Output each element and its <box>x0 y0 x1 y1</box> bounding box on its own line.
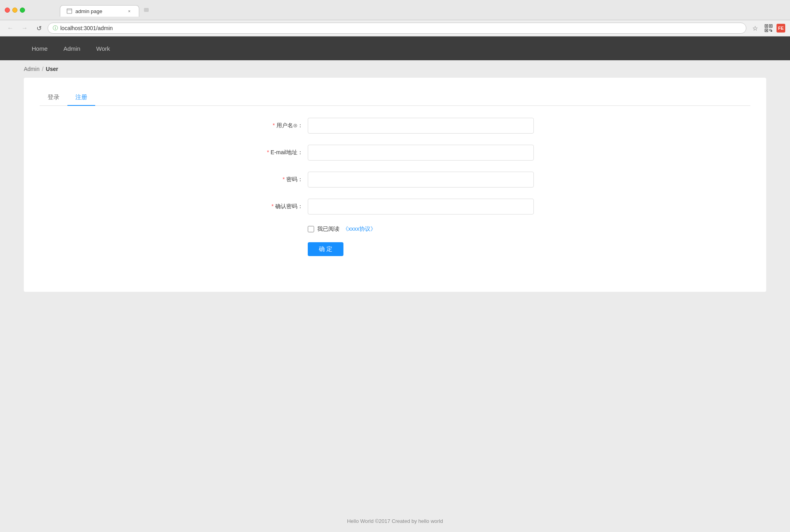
submit-button[interactable]: 确 定 <box>308 242 343 256</box>
traffic-lights <box>5 8 25 13</box>
submit-row: 确 定 <box>308 242 534 256</box>
form-row-confirm-password: *确认密码： <box>256 199 534 214</box>
username-label: *用户名⊙： <box>256 122 308 129</box>
tab-login[interactable]: 登录 <box>40 90 67 106</box>
footer-text: Hello World ©2017 Created by hello world <box>347 518 443 524</box>
browser-titlebar: admin page × <box>0 0 790 20</box>
browser-tab[interactable]: admin page × <box>60 5 139 17</box>
svg-rect-10 <box>771 29 771 30</box>
breadcrumb-parent[interactable]: Admin <box>24 66 40 72</box>
svg-rect-12 <box>771 30 772 32</box>
nav-item-work[interactable]: Work <box>88 36 118 60</box>
required-star: * <box>273 122 275 128</box>
refresh-button[interactable]: ↺ <box>33 23 44 34</box>
agreement-link[interactable]: 《xxxx协议》 <box>343 226 376 233</box>
required-star-confirm: * <box>272 203 274 209</box>
form-row-username: *用户名⊙： <box>256 118 534 134</box>
required-star-email: * <box>267 149 269 155</box>
new-tab-button[interactable] <box>141 5 152 16</box>
breadcrumb-current: User <box>46 66 58 72</box>
form-card: 登录 注册 *用户名⊙： *E-mail地址： <box>24 78 766 292</box>
agreement-checkbox[interactable] <box>308 226 314 232</box>
address-bar[interactable]: ⓘ localhost:3001/admin <box>48 23 746 34</box>
svg-rect-2 <box>144 8 149 12</box>
agreement-row: 我已阅读 《xxxx协议》 <box>308 226 534 233</box>
email-label: *E-mail地址： <box>256 149 308 156</box>
confirm-password-label: *确认密码： <box>256 203 308 210</box>
page-wrapper: Home Admin Work Admin / User 登录 注册 *用户名⊙… <box>0 36 790 532</box>
main-content: 登录 注册 *用户名⊙： *E-mail地址： <box>0 78 790 510</box>
svg-rect-0 <box>67 9 72 13</box>
username-input[interactable] <box>308 118 534 134</box>
nav-item-home[interactable]: Home <box>24 36 56 60</box>
agreement-text: 我已阅读 <box>317 226 339 233</box>
svg-rect-8 <box>766 30 767 31</box>
password-input[interactable] <box>308 172 534 188</box>
svg-rect-9 <box>769 29 770 30</box>
svg-rect-6 <box>770 25 771 27</box>
maximize-button[interactable] <box>20 8 25 13</box>
browser-chrome: admin page × ← → ↺ ⓘ localhost:3001/admi… <box>0 0 790 36</box>
breadcrumb: Admin / User <box>0 60 790 78</box>
tab-register[interactable]: 注册 <box>67 90 95 106</box>
site-nav: Home Admin Work <box>0 36 790 60</box>
secure-icon: ⓘ <box>53 25 58 32</box>
qr-icon <box>765 24 773 32</box>
breadcrumb-separator: / <box>42 66 44 72</box>
required-star-password: * <box>283 176 285 182</box>
svg-rect-4 <box>766 25 767 27</box>
back-button[interactable]: ← <box>5 23 16 34</box>
tab-title: admin page <box>75 8 102 14</box>
minimize-button[interactable] <box>12 8 17 13</box>
qr-button[interactable] <box>763 23 774 34</box>
url-text: localhost:3001/admin <box>60 25 741 31</box>
svg-rect-11 <box>769 30 770 31</box>
form-row-email: *E-mail地址： <box>256 145 534 161</box>
email-input[interactable] <box>308 145 534 161</box>
toolbar-right: ☆ FE <box>750 23 785 34</box>
close-button[interactable] <box>5 8 10 13</box>
confirm-password-input[interactable] <box>308 199 534 214</box>
site-footer: Hello World ©2017 Created by hello world <box>0 510 790 532</box>
tab-bar: admin page × <box>28 5 184 17</box>
bookmark-button[interactable]: ☆ <box>750 23 761 34</box>
nav-item-admin[interactable]: Admin <box>56 36 88 60</box>
form-tabs: 登录 注册 <box>40 90 750 106</box>
fe-extension-icon[interactable]: FE <box>777 24 785 33</box>
tab-favicon-icon <box>67 8 72 14</box>
password-label: *密码： <box>256 176 308 183</box>
form-row-password: *密码： <box>256 172 534 188</box>
forward-button[interactable]: → <box>19 23 30 34</box>
register-form: *用户名⊙： *E-mail地址： *密码： <box>256 118 534 256</box>
star-icon: ☆ <box>752 25 758 32</box>
tab-close-button[interactable]: × <box>126 8 132 14</box>
browser-toolbar: ← → ↺ ⓘ localhost:3001/admin ☆ <box>0 20 790 36</box>
